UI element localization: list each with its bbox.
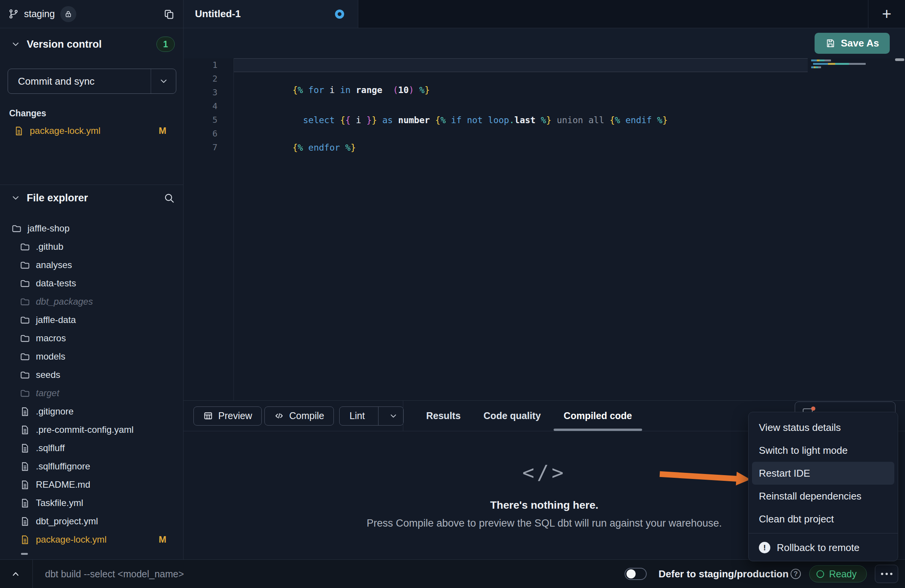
code-line[interactable]: 4 xyxy=(184,100,905,113)
file-tree-row[interactable]: models xyxy=(0,347,183,366)
file-tree-row[interactable]: jaffle-shop xyxy=(0,219,183,238)
line-number: 7 xyxy=(184,141,233,154)
lint-options-caret[interactable] xyxy=(383,411,403,421)
sidebar-section-divider xyxy=(0,185,183,185)
toggle-knob xyxy=(626,569,636,578)
file-tree-row[interactable]: .sqlfluff xyxy=(0,439,183,457)
gutter-divider xyxy=(233,58,234,400)
file-tree-icon xyxy=(20,425,30,435)
file-tree-row[interactable]: .pre-commit-config.yaml xyxy=(0,421,183,439)
lint-split-divider xyxy=(378,407,378,425)
alert-icon: ! xyxy=(759,542,770,553)
line-number: 5 xyxy=(184,113,233,127)
git-branch-icon xyxy=(8,9,19,19)
file-tree-icon xyxy=(20,260,30,270)
defer-toggle[interactable] xyxy=(625,568,647,580)
line-content: {% for i in range (10) %} xyxy=(233,58,808,72)
file-tree-row[interactable]: data-tests xyxy=(0,274,183,292)
scrollbar-thumb[interactable] xyxy=(895,58,904,61)
code-line[interactable]: 5 {% endfor %} xyxy=(184,113,905,127)
code-line[interactable]: 2 xyxy=(184,72,905,86)
minimap-line xyxy=(813,63,866,65)
help-icon[interactable]: ? xyxy=(791,569,801,579)
code-line[interactable]: 1 {% for i in range (10) %} xyxy=(184,58,905,72)
file-tree-icon xyxy=(11,223,22,234)
file-explorer-header[interactable]: File explorer xyxy=(11,188,175,208)
status-badge[interactable]: Ready xyxy=(809,566,867,583)
ide-status-menu: View status details Switch to light mode… xyxy=(748,412,898,561)
plus-icon: + xyxy=(882,5,892,23)
file-tree-row[interactable]: analyses xyxy=(0,256,183,274)
file-tree-row[interactable]: jaffle-data xyxy=(0,311,183,329)
changes-list: package-lock.yml M xyxy=(0,122,183,140)
preview-button[interactable]: Preview xyxy=(193,406,262,426)
chevron-down-icon xyxy=(11,39,21,49)
tab-bar-empty-space xyxy=(358,0,868,28)
dbt-ide-window: staging Untitled-1 + Version control 1 C… xyxy=(0,0,905,588)
file-tree-icon xyxy=(20,498,30,508)
code-line[interactable]: 7 xyxy=(184,141,905,154)
commit-and-sync-button[interactable]: Commit and sync xyxy=(8,69,176,94)
file-tree-row[interactable]: macros xyxy=(0,329,183,347)
commit-options-caret[interactable] xyxy=(151,69,176,93)
file-tree-icon xyxy=(20,352,30,362)
file-tree-icon xyxy=(20,242,30,252)
file-tree-row[interactable]: dbt_packages xyxy=(0,292,183,311)
file-icon xyxy=(14,126,24,136)
file-tree-icon xyxy=(20,406,30,417)
file-tree-icon xyxy=(20,443,30,453)
minimap[interactable] xyxy=(811,59,868,70)
menu-item[interactable]: Clean dbt project xyxy=(752,508,894,530)
file-search-icon[interactable] xyxy=(163,192,175,204)
branch-lock-icon xyxy=(60,6,76,22)
results-tab[interactable]: Code quality xyxy=(472,401,552,431)
file-tree-row[interactable]: package-lock.yml M xyxy=(0,530,183,549)
command-input[interactable]: dbt build --select <model_name> xyxy=(45,569,184,580)
code-editor[interactable]: 1 {% for i in range (10) %} 2 3 xyxy=(184,58,905,400)
code-lines: 1 {% for i in range (10) %} 2 3 xyxy=(184,58,905,154)
file-tree-row[interactable]: README.md xyxy=(0,476,183,494)
changes-count-badge: 1 xyxy=(156,37,175,52)
more-options-button[interactable] xyxy=(875,565,898,583)
tab-untitled-1[interactable]: Untitled-1 xyxy=(184,0,358,28)
menu-item[interactable]: View status details xyxy=(752,416,894,439)
file-tree-row[interactable]: target xyxy=(0,384,183,402)
line-content: select {{ i }} as number {% if not loop.… xyxy=(233,86,808,100)
chevron-down-icon xyxy=(11,193,21,203)
new-tab-button[interactable]: + xyxy=(868,0,905,28)
file-tree-row[interactable]: .github xyxy=(0,238,183,256)
file-tree-row[interactable]: .gitignore xyxy=(0,402,183,421)
menu-item[interactable]: Switch to light mode xyxy=(752,439,894,462)
line-content: {% endfor %} xyxy=(233,113,808,127)
file-tree-row[interactable]: seeds xyxy=(0,366,183,384)
copy-branch-icon[interactable] xyxy=(163,8,175,20)
chevron-down-icon xyxy=(389,411,398,421)
file-tree-icon xyxy=(20,480,30,490)
file-tree-row[interactable]: dbt_project.yml xyxy=(0,512,183,530)
menu-item[interactable]: Reinstall dependencies xyxy=(752,485,894,508)
branch-name: staging xyxy=(24,8,55,19)
results-tab[interactable]: Results xyxy=(415,401,472,431)
menu-item[interactable]: Restart IDE xyxy=(752,462,894,485)
changed-file-row[interactable]: package-lock.yml M xyxy=(0,122,183,140)
code-line[interactable]: 6 xyxy=(184,127,905,141)
save-as-button[interactable]: Save As xyxy=(815,33,890,54)
code-icon xyxy=(274,411,284,421)
version-control-header[interactable]: Version control 1 xyxy=(11,34,175,54)
file-tree-row[interactable]: .sqlfluffignore xyxy=(0,457,183,476)
expand-command-bar-icon[interactable] xyxy=(10,568,21,580)
line-content xyxy=(233,141,808,154)
file-tree-icon xyxy=(20,461,30,472)
menu-item[interactable]: ! Rollback to remote xyxy=(752,536,894,559)
results-tabs: Results Code quality Compiled code xyxy=(415,401,644,431)
results-tab[interactable]: Compiled code xyxy=(552,401,643,431)
line-content xyxy=(233,127,808,141)
file-tree-icon xyxy=(20,516,30,527)
git-branch-header: staging xyxy=(0,0,184,28)
code-line[interactable]: 3 select {{ i }} as number {% if not loo… xyxy=(184,86,905,100)
lint-button[interactable]: Lint xyxy=(339,406,404,426)
compile-button[interactable]: Compile xyxy=(264,406,334,426)
save-icon xyxy=(825,38,836,48)
line-content xyxy=(233,100,808,113)
file-tree-row[interactable]: Taskfile.yml xyxy=(0,494,183,512)
